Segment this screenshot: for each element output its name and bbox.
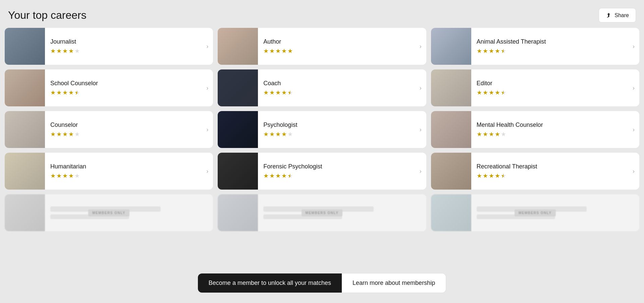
members-only-badge: MEMBERS ONLY bbox=[515, 209, 556, 216]
career-info: Forensic Psychologist ★★★★★ bbox=[258, 158, 419, 184]
career-card-coach[interactable]: Coach ★★★★★ › bbox=[218, 69, 426, 106]
members-only-badge: MEMBERS ONLY bbox=[88, 209, 129, 216]
page-title: Your top careers bbox=[8, 9, 87, 21]
chevron-right-icon: › bbox=[206, 85, 213, 92]
career-image bbox=[431, 28, 471, 65]
career-card-humanitarian[interactable]: Humanitarian ★★★★★ › bbox=[5, 153, 213, 190]
career-info: Animal Assisted Therapist ★★★★★ bbox=[471, 34, 633, 59]
career-card-counselor[interactable]: Counselor ★★★★★ › bbox=[5, 111, 213, 148]
career-card-locked-locked1: MEMBERS ONLY bbox=[5, 194, 213, 231]
career-info: Editor ★★★★★ bbox=[471, 75, 633, 101]
career-image bbox=[218, 153, 258, 190]
career-name: Mental Health Counselor bbox=[477, 121, 627, 129]
share-button[interactable]: ⮭ Share bbox=[599, 8, 636, 22]
career-name: Author bbox=[263, 38, 414, 45]
chevron-right-icon: › bbox=[633, 43, 639, 50]
career-info: Journalist ★★★★★ bbox=[45, 34, 206, 59]
career-card-editor[interactable]: Editor ★★★★★ › bbox=[431, 69, 639, 106]
career-card-recreational-therapist[interactable]: Recreational Therapist ★★★★★ › bbox=[431, 153, 639, 190]
career-image bbox=[218, 111, 258, 148]
chevron-right-icon: › bbox=[206, 168, 213, 175]
career-info: Recreational Therapist ★★★★★ bbox=[471, 158, 633, 184]
membership-learn-button[interactable]: Learn more about membership bbox=[342, 273, 446, 293]
career-name: Humanitarian bbox=[50, 163, 201, 170]
career-image bbox=[431, 111, 471, 148]
membership-cta-button[interactable]: Become a member to unlock all your match… bbox=[198, 273, 342, 293]
career-name: Psychologist bbox=[263, 121, 414, 129]
career-card-animal-assisted-therapist[interactable]: Animal Assisted Therapist ★★★★★ › bbox=[431, 28, 639, 65]
career-name: Recreational Therapist bbox=[477, 163, 627, 170]
career-card-school-counselor[interactable]: School Counselor ★★★★★ › bbox=[5, 69, 213, 106]
membership-learn-label: Learn more about membership bbox=[353, 280, 435, 286]
career-image bbox=[5, 153, 45, 190]
chevron-right-icon: › bbox=[206, 43, 213, 50]
career-image bbox=[431, 69, 471, 106]
careers-grid: Journalist ★★★★★ › Author ★★★★★ › Animal… bbox=[0, 28, 644, 194]
career-name: Counselor bbox=[50, 121, 201, 129]
career-info: School Counselor ★★★★★ bbox=[45, 75, 206, 101]
career-card-mental-health-counselor[interactable]: Mental Health Counselor ★★★★★ › bbox=[431, 111, 639, 148]
chevron-right-icon: › bbox=[420, 126, 426, 133]
career-image bbox=[5, 28, 45, 65]
career-image bbox=[218, 69, 258, 106]
share-icon: ⮭ bbox=[606, 12, 612, 19]
career-name: Coach bbox=[263, 80, 414, 87]
page-header: Your top careers ⮭ Share bbox=[0, 0, 644, 28]
bottom-locked-row: MEMBERS ONLY MEMBERS ONLY MEMBERS ONLY bbox=[0, 194, 644, 231]
career-image bbox=[5, 69, 45, 106]
career-name: Editor bbox=[477, 80, 627, 87]
membership-bar: Become a member to unlock all your match… bbox=[0, 266, 644, 303]
chevron-right-icon: › bbox=[206, 126, 213, 133]
chevron-right-icon: › bbox=[633, 168, 639, 175]
career-image bbox=[431, 153, 471, 190]
career-info: Coach ★★★★★ bbox=[258, 75, 419, 101]
career-image bbox=[5, 111, 45, 148]
career-name: School Counselor bbox=[50, 80, 201, 87]
chevron-right-icon: › bbox=[420, 43, 426, 50]
career-info: Mental Health Counselor ★★★★★ bbox=[471, 117, 633, 143]
chevron-right-icon: › bbox=[420, 85, 426, 92]
members-only-badge: MEMBERS ONLY bbox=[302, 209, 343, 216]
career-info: Psychologist ★★★★★ bbox=[258, 117, 419, 143]
career-image bbox=[218, 28, 258, 65]
career-info: Humanitarian ★★★★★ bbox=[45, 158, 206, 184]
chevron-right-icon: › bbox=[633, 126, 639, 133]
career-name: Forensic Psychologist bbox=[263, 163, 414, 170]
chevron-right-icon: › bbox=[633, 85, 639, 92]
chevron-right-icon: › bbox=[420, 168, 426, 175]
career-card-locked-locked2: MEMBERS ONLY bbox=[218, 194, 426, 231]
membership-cta-label: Become a member to unlock all your match… bbox=[209, 280, 331, 286]
share-label: Share bbox=[614, 12, 629, 18]
career-name: Animal Assisted Therapist bbox=[477, 38, 627, 45]
career-card-journalist[interactable]: Journalist ★★★★★ › bbox=[5, 28, 213, 65]
career-card-forensic-psychologist[interactable]: Forensic Psychologist ★★★★★ › bbox=[218, 153, 426, 190]
career-card-locked-locked3: MEMBERS ONLY bbox=[431, 194, 639, 231]
career-card-psychologist[interactable]: Psychologist ★★★★★ › bbox=[218, 111, 426, 148]
career-name: Journalist bbox=[50, 38, 201, 45]
career-info: Author ★★★★★ bbox=[258, 34, 419, 59]
career-card-author[interactable]: Author ★★★★★ › bbox=[218, 28, 426, 65]
career-info: Counselor ★★★★★ bbox=[45, 117, 206, 143]
